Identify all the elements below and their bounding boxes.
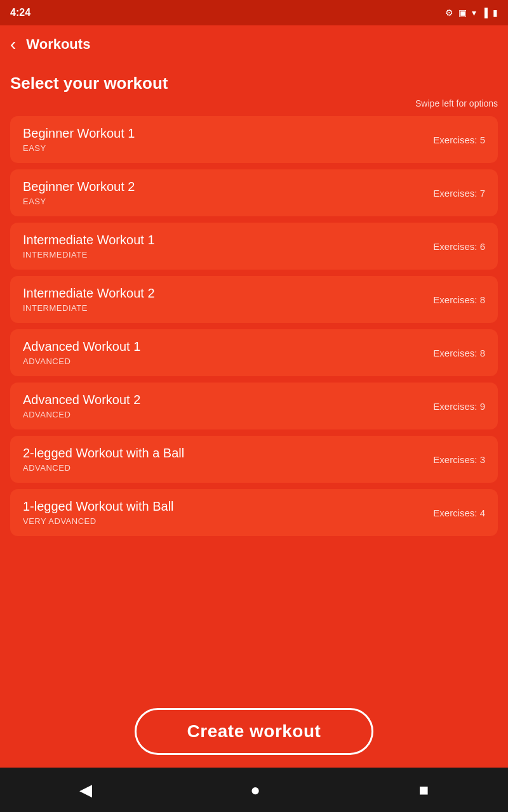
workout-exercises: Exercises: 4 xyxy=(433,508,485,518)
workout-name: Advanced Workout 1 xyxy=(23,339,140,354)
workout-level: ADVANCED xyxy=(23,357,140,366)
workout-level: INTERMEDIATE xyxy=(23,250,155,259)
workout-info: Beginner Workout 1EASY xyxy=(23,126,135,153)
workout-info: Advanced Workout 2ADVANCED xyxy=(23,393,140,419)
workout-exercises: Exercises: 3 xyxy=(433,454,485,465)
nav-bar: ◀ ● ■ xyxy=(0,768,508,812)
nav-home-icon[interactable]: ● xyxy=(250,780,260,800)
create-area: Create workout xyxy=(0,695,508,768)
workout-card[interactable]: 2-legged Workout with a BallADVANCEDExer… xyxy=(10,436,498,483)
create-workout-button[interactable]: Create workout xyxy=(135,708,374,755)
workout-level: ADVANCED xyxy=(23,410,140,419)
nav-recent-icon[interactable]: ■ xyxy=(419,780,429,800)
workout-exercises: Exercises: 6 xyxy=(433,241,485,252)
content-area: Select your workout Swipe left for optio… xyxy=(0,63,508,695)
workout-name: Intermediate Workout 1 xyxy=(23,233,155,247)
status-bar: 4:24 ⚙ ▣ ▾ ▐ ▮ xyxy=(0,0,508,25)
workout-info: Advanced Workout 1ADVANCED xyxy=(23,339,140,366)
settings-icon: ⚙ xyxy=(445,8,453,18)
workout-name: Intermediate Workout 2 xyxy=(23,286,155,301)
workout-name: Advanced Workout 2 xyxy=(23,393,140,407)
workout-card[interactable]: Advanced Workout 1ADVANCEDExercises: 8 xyxy=(10,329,498,376)
status-icons: ⚙ ▣ ▾ ▐ ▮ xyxy=(445,8,498,18)
status-time: 4:24 xyxy=(10,7,30,18)
workout-exercises: Exercises: 8 xyxy=(433,348,485,358)
workout-card[interactable]: Advanced Workout 2ADVANCEDExercises: 9 xyxy=(10,383,498,429)
workout-level: VERY ADVANCED xyxy=(23,516,174,526)
battery-icon: ▮ xyxy=(493,8,498,18)
workout-info: 1-legged Workout with BallVERY ADVANCED xyxy=(23,499,174,526)
workout-exercises: Exercises: 8 xyxy=(433,294,485,305)
workout-exercises: Exercises: 5 xyxy=(433,134,485,145)
workout-exercises: Exercises: 9 xyxy=(433,401,485,412)
workout-list: Beginner Workout 1EASYExercises: 5Beginn… xyxy=(10,116,498,695)
workout-info: Intermediate Workout 1INTERMEDIATE xyxy=(23,233,155,259)
page-title: Select your workout xyxy=(10,74,498,93)
workout-card[interactable]: Beginner Workout 1EASYExercises: 5 xyxy=(10,116,498,163)
workout-level: ADVANCED xyxy=(23,463,184,473)
workout-level: INTERMEDIATE xyxy=(23,303,155,313)
workout-exercises: Exercises: 7 xyxy=(433,188,485,199)
workout-name: Beginner Workout 1 xyxy=(23,126,135,141)
top-bar: ‹ Workouts xyxy=(0,25,508,63)
workout-info: 2-legged Workout with a BallADVANCED xyxy=(23,446,184,473)
workout-card[interactable]: Intermediate Workout 2INTERMEDIATEExerci… xyxy=(10,276,498,323)
signal-icon: ▐ xyxy=(481,8,488,18)
back-button[interactable]: ‹ xyxy=(10,36,16,53)
workout-level: EASY xyxy=(23,197,135,206)
workout-card[interactable]: Intermediate Workout 1INTERMEDIATEExerci… xyxy=(10,223,498,270)
workout-info: Intermediate Workout 2INTERMEDIATE xyxy=(23,286,155,313)
workout-info: Beginner Workout 2EASY xyxy=(23,180,135,206)
workout-card[interactable]: Beginner Workout 2EASYExercises: 7 xyxy=(10,169,498,216)
workout-name: 1-legged Workout with Ball xyxy=(23,499,174,514)
workout-level: EASY xyxy=(23,143,135,153)
nav-back-icon[interactable]: ◀ xyxy=(79,780,92,800)
wifi-icon: ▾ xyxy=(472,8,476,18)
top-bar-title: Workouts xyxy=(26,36,90,53)
sim-icon: ▣ xyxy=(458,8,467,18)
workout-name: Beginner Workout 2 xyxy=(23,180,135,194)
workout-card[interactable]: 1-legged Workout with BallVERY ADVANCEDE… xyxy=(10,489,498,536)
workout-name: 2-legged Workout with a Ball xyxy=(23,446,184,461)
swipe-hint: Swipe left for options xyxy=(10,98,498,108)
